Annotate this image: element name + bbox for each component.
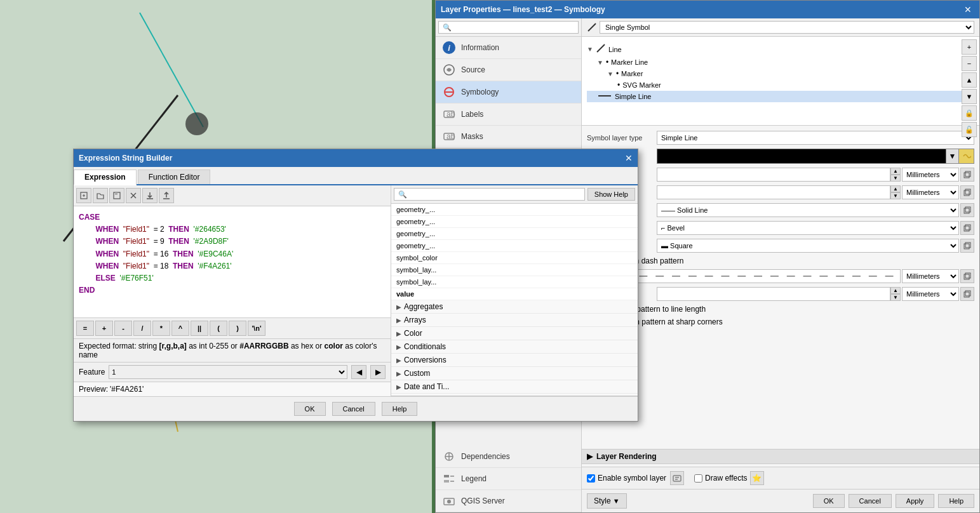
pattern-offset-unit-select[interactable]: Millimeters xyxy=(902,287,959,301)
dialog-close-button[interactable]: ✕ xyxy=(962,3,974,16)
stroke-width-unit-select[interactable]: Millimeters xyxy=(902,168,959,182)
apply-button[interactable]: Apply xyxy=(896,494,935,508)
expr-import-button[interactable] xyxy=(142,188,158,203)
offset-down[interactable]: ▼ xyxy=(890,192,901,199)
expr-save-button[interactable] xyxy=(109,188,124,203)
expr-cancel-button[interactable]: Cancel xyxy=(332,402,375,416)
op-newline[interactable]: '\n' xyxy=(248,321,265,336)
cancel-button[interactable]: Cancel xyxy=(849,494,892,508)
show-help-button[interactable]: Show Help xyxy=(587,188,635,201)
func-item-value[interactable]: value xyxy=(391,288,638,300)
expr-new-button[interactable] xyxy=(76,188,91,203)
feature-next-button[interactable]: ▶ xyxy=(370,365,386,379)
sidebar-item-qgis-server[interactable]: QGIS Server xyxy=(436,490,581,512)
op-open-paren[interactable]: ( xyxy=(210,321,227,336)
func-category-custom[interactable]: ▶ Custom xyxy=(391,367,638,380)
draw-effects-settings-button[interactable]: ⭐ xyxy=(750,471,764,485)
sidebar-item-masks[interactable]: abc Masks xyxy=(436,126,581,148)
func-item-symbol-color[interactable]: symbol_color xyxy=(391,252,638,264)
symbol-layer-settings-button[interactable] xyxy=(670,471,684,485)
func-category-date-ti[interactable]: ▶ Date and Ti... xyxy=(391,380,638,394)
sidebar-item-information[interactable]: i Information xyxy=(436,37,581,59)
op-close-paren[interactable]: ) xyxy=(229,321,246,336)
tree-unlock-button[interactable]: 🔓 xyxy=(962,122,977,137)
expr-code-editor[interactable]: CASE WHEN "Field1" = 2 THEN '#264653' WH… xyxy=(74,206,391,317)
tree-lock-button[interactable]: 🔒 xyxy=(962,105,977,121)
expr-open-button[interactable] xyxy=(93,188,108,203)
layer-rendering-section[interactable]: ▶ Layer Rendering xyxy=(582,449,979,464)
pattern-offset-down[interactable]: ▼ xyxy=(890,294,901,301)
dash-unit-select[interactable]: Millimeters xyxy=(902,269,959,283)
sidebar-item-legend[interactable]: Legend xyxy=(436,468,581,490)
color-dropdown-button[interactable]: ▼ xyxy=(946,149,959,164)
tab-function-editor[interactable]: Function Editor xyxy=(138,170,211,184)
stroke-style-select[interactable]: —— Solid Line xyxy=(657,203,959,217)
tab-expression[interactable]: Expression xyxy=(74,170,137,185)
stroke-width-input[interactable]: 0,600000 xyxy=(657,168,890,182)
sidebar-item-symbology[interactable]: Symbology xyxy=(436,81,581,103)
help-button[interactable]: Help xyxy=(938,494,974,508)
op-concat[interactable]: || xyxy=(191,321,208,336)
join-style-copy-button[interactable] xyxy=(960,221,974,235)
func-item-geometry4[interactable]: geometry_... xyxy=(391,240,638,252)
color-button[interactable] xyxy=(657,149,946,164)
tree-add-button[interactable]: + xyxy=(962,39,977,55)
op-equals[interactable]: = xyxy=(76,321,94,336)
func-category-aggregates[interactable]: ▶ Aggregates xyxy=(391,300,638,314)
expr-help-button[interactable]: Help xyxy=(382,402,418,416)
op-multiply[interactable]: * xyxy=(152,321,170,336)
offset-input[interactable]: 0,000000 xyxy=(657,185,890,199)
enable-symbol-layer-checkbox[interactable] xyxy=(587,474,595,483)
tree-item-svg-marker[interactable]: • SVG Marker xyxy=(587,79,974,91)
op-power[interactable]: ^ xyxy=(171,321,189,336)
join-style-select[interactable]: ⌐ Bevel xyxy=(657,221,959,235)
offset-up[interactable]: ▲ xyxy=(890,185,901,192)
tree-remove-button[interactable]: − xyxy=(962,56,977,71)
sidebar-item-dependencies[interactable]: Dependencies xyxy=(436,446,581,468)
pattern-offset-input[interactable]: 0,000000 xyxy=(657,287,890,301)
tree-item-line[interactable]: ▼ Line xyxy=(587,42,974,57)
color-expression-button[interactable] xyxy=(959,149,974,164)
offset-copy-button[interactable] xyxy=(960,185,974,199)
offset-unit-select[interactable]: Millimeters xyxy=(902,185,959,199)
tree-item-marker[interactable]: ▼ • Marker xyxy=(587,68,974,79)
expr-search-input[interactable] xyxy=(394,188,585,201)
ok-button[interactable]: OK xyxy=(813,494,845,508)
func-category-conversions[interactable]: ▶ Conversions xyxy=(391,354,638,367)
symbol-type-select[interactable]: Single Symbol xyxy=(600,21,974,34)
layer-search-input[interactable] xyxy=(438,21,579,34)
sidebar-item-source[interactable]: Source xyxy=(436,59,581,81)
func-item-symbol-lay2[interactable]: symbol_lay... xyxy=(391,276,638,288)
stroke-width-down[interactable]: ▼ xyxy=(890,175,901,182)
style-button[interactable]: Style ▼ xyxy=(587,493,627,509)
tree-up-button[interactable]: ▲ xyxy=(962,72,977,88)
pattern-offset-up[interactable]: ▲ xyxy=(890,287,901,294)
dash-copy-button[interactable] xyxy=(960,269,974,283)
feature-prev-button[interactable]: ◀ xyxy=(351,365,366,379)
stroke-width-copy-button[interactable] xyxy=(960,168,974,182)
func-item-symbol-lay1[interactable]: symbol_lay... xyxy=(391,264,638,276)
cap-style-select[interactable]: ▬ Square xyxy=(657,239,959,253)
cap-style-copy-button[interactable] xyxy=(960,239,974,253)
stroke-style-copy-button[interactable] xyxy=(960,203,974,217)
expr-close-button[interactable]: ✕ xyxy=(625,153,633,163)
tree-item-marker-line[interactable]: ▼ • Marker Line xyxy=(587,57,974,68)
sidebar-item-labels[interactable]: abc Labels xyxy=(436,103,581,126)
op-divide[interactable]: / xyxy=(133,321,151,336)
expr-ok-button[interactable]: OK xyxy=(294,402,326,416)
symbol-layer-type-select[interactable]: Simple Line xyxy=(657,131,974,145)
func-item-geometry2[interactable]: geometry_... xyxy=(391,216,638,228)
func-item-geometry1[interactable]: geometry_... xyxy=(391,204,638,216)
func-category-conditionals[interactable]: ▶ Conditionals xyxy=(391,340,638,354)
feature-select[interactable]: 1 xyxy=(109,365,347,379)
expr-export-button[interactable] xyxy=(159,188,174,203)
func-category-arrays[interactable]: ▶ Arrays xyxy=(391,314,638,327)
pattern-offset-copy-button[interactable] xyxy=(960,287,974,301)
op-plus[interactable]: + xyxy=(95,321,113,336)
expr-delete-button[interactable] xyxy=(126,188,141,203)
op-minus[interactable]: - xyxy=(114,321,132,336)
draw-effects-checkbox[interactable] xyxy=(694,474,702,483)
tree-item-simple-line[interactable]: Simple Line xyxy=(587,91,974,102)
stroke-width-up[interactable]: ▲ xyxy=(890,168,901,175)
func-item-geometry3[interactable]: geometry_... xyxy=(391,228,638,240)
